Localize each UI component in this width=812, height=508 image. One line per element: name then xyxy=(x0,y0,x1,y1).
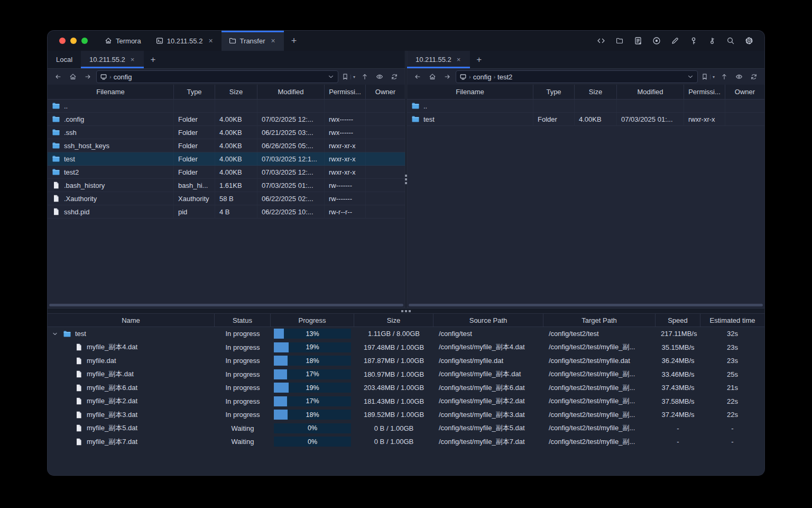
log-icon[interactable] xyxy=(631,34,645,48)
column-header-permissi[interactable]: Permissi... xyxy=(684,85,725,99)
transfer-item-name: myfile_副本.dat xyxy=(87,369,134,379)
key-icon[interactable] xyxy=(687,34,700,48)
keychain-icon[interactable] xyxy=(705,34,719,48)
transfer-column-header-name[interactable]: Name xyxy=(48,314,215,326)
forward-button[interactable] xyxy=(441,70,454,83)
transfer-item-name: myfile_副本4.dat xyxy=(87,342,137,352)
transfer-status: In progress xyxy=(215,397,271,405)
expand-chevron-icon[interactable] xyxy=(51,330,59,338)
column-header-size[interactable]: Size xyxy=(215,85,257,99)
transfer-column-header-target-path[interactable]: Target Path xyxy=(543,314,656,326)
transfer-column-header-estimated-time[interactable]: Estimated time xyxy=(700,314,764,326)
transfer-column-header-speed[interactable]: Speed xyxy=(656,314,700,326)
left-panel-new-tab-button[interactable]: + xyxy=(144,51,162,68)
bookmark-caret-icon[interactable]: ▾ xyxy=(350,75,355,79)
path-segment[interactable]: test2 xyxy=(497,73,512,81)
transfer-column-header-source-path[interactable]: Source Path xyxy=(433,314,543,326)
transfer-source-path: /config/test/myfile.dat xyxy=(433,357,543,365)
transfer-column-header-status[interactable]: Status xyxy=(215,314,271,326)
path-dropdown-chevron-icon[interactable] xyxy=(687,73,694,80)
path-dropdown-chevron-icon[interactable] xyxy=(327,73,335,80)
progress-percent: 17% xyxy=(274,369,351,379)
transfer-row-myfile_副本.dat[interactable]: myfile_副本.datIn progress17%180.97MB / 1.… xyxy=(48,368,764,382)
file-row-..[interactable]: .. xyxy=(407,99,764,113)
folder-icon[interactable] xyxy=(613,34,626,48)
main-tab-termora[interactable]: Termora xyxy=(97,31,149,51)
close-icon[interactable]: × xyxy=(456,56,462,64)
horizontal-splitter[interactable] xyxy=(48,308,764,314)
transfer-row-myfile.dat[interactable]: myfile.datIn progress18%187.87MB / 1.00G… xyxy=(48,354,764,368)
settings-icon[interactable] xyxy=(742,34,756,48)
file-row-ssh_host_keys[interactable]: ssh_host_keysFolder4.00KB06/26/2025 05:.… xyxy=(48,139,405,152)
parent-dir-button[interactable] xyxy=(358,70,371,83)
right-panel-tab-10-211-55-2[interactable]: 10.211.55.2× xyxy=(407,51,470,68)
column-header-size[interactable]: Size xyxy=(575,85,617,99)
bookmark-caret-icon[interactable]: ▾ xyxy=(710,75,715,79)
home-button[interactable] xyxy=(426,70,439,83)
path-segment[interactable]: config xyxy=(473,73,492,81)
column-header-modified[interactable]: Modified xyxy=(257,85,325,99)
back-button[interactable] xyxy=(411,70,424,83)
file-row-test2[interactable]: test2Folder4.00KB07/03/2025 12:...rwxr-x… xyxy=(48,166,405,179)
file-size: 4.00KB xyxy=(215,113,257,125)
show-hidden-button[interactable] xyxy=(373,70,386,83)
minimize-window-button[interactable] xyxy=(70,38,77,44)
column-header-filename[interactable]: Filename xyxy=(407,85,533,99)
parent-dir-button[interactable] xyxy=(718,70,731,83)
bookmark-button[interactable]: ▾ xyxy=(700,73,716,80)
column-header-owner[interactable]: Owner xyxy=(366,85,405,99)
transfer-row-myfile_副本2.dat[interactable]: myfile_副本2.datIn progress17%181.43MB / 1… xyxy=(48,395,764,409)
refresh-button[interactable] xyxy=(388,70,401,83)
show-hidden-button[interactable] xyxy=(733,70,745,83)
transfer-panel: NameStatusProgressSizeSource PathTarget … xyxy=(48,314,764,475)
horizontal-scrollbar[interactable] xyxy=(409,304,763,306)
record-icon[interactable] xyxy=(650,34,663,48)
file-row-..[interactable]: .. xyxy=(48,99,405,113)
transfer-row-myfile_副本7.dat[interactable]: myfile_副本7.datWaiting0%0 B / 1.00GB/conf… xyxy=(48,435,764,449)
file-row-.config[interactable]: .configFolder4.00KB07/02/2025 12:...rwx-… xyxy=(48,113,405,126)
close-icon[interactable]: × xyxy=(130,56,136,64)
path-input[interactable]: ›config xyxy=(96,70,338,83)
file-row-test[interactable]: testFolder4.00KB07/03/2025 01:...rwxr-xr… xyxy=(407,113,764,126)
transfer-row-myfile_副本6.dat[interactable]: myfile_副本6.datIn progress19%203.48MB / 1… xyxy=(48,381,764,395)
new-main-tab-button[interactable]: + xyxy=(284,31,304,51)
path-input[interactable]: ›config›test2 xyxy=(456,70,698,83)
close-icon[interactable]: × xyxy=(270,37,276,45)
transfer-row-myfile_副本5.dat[interactable]: myfile_副本5.datWaiting0%0 B / 1.00GB/conf… xyxy=(48,422,764,436)
main-tab-10-211-55-2[interactable]: 10.211.55.2× xyxy=(149,31,222,51)
forward-button[interactable] xyxy=(81,70,94,83)
file-row-sshd.pid[interactable]: sshd.pidpid4 B06/22/2025 10:...rw-r--r-- xyxy=(48,205,405,219)
file-row-.ssh[interactable]: .sshFolder4.00KB06/21/2025 03:...rwx----… xyxy=(48,126,405,139)
left-panel-tab-10-211-55-2[interactable]: 10.211.55.2× xyxy=(81,51,144,68)
transfer-row-myfile_副本4.dat[interactable]: myfile_副本4.datIn progress19%197.48MB / 1… xyxy=(48,341,764,355)
close-window-button[interactable] xyxy=(59,38,66,44)
horizontal-scrollbar[interactable] xyxy=(49,304,403,306)
right-panel-new-tab-button[interactable]: + xyxy=(470,51,488,68)
path-segment[interactable]: config xyxy=(114,73,132,81)
file-row-test[interactable]: testFolder4.00KB07/03/2025 12:1...rwxr-x… xyxy=(48,152,405,166)
left-panel-tab-local[interactable]: Local xyxy=(48,51,81,68)
column-header-permissi[interactable]: Permissi... xyxy=(325,85,366,99)
transfer-row-myfile_副本3.dat[interactable]: myfile_副本3.datIn progress18%189.52MB / 1… xyxy=(48,408,764,422)
close-icon[interactable]: × xyxy=(207,37,214,45)
edit-icon[interactable] xyxy=(668,34,682,48)
column-header-type[interactable]: Type xyxy=(533,85,575,99)
transfer-row-test[interactable]: testIn progress13%1.11GB / 8.00GB/config… xyxy=(48,327,764,341)
search-icon[interactable] xyxy=(724,34,737,48)
transfer-column-header-size[interactable]: Size xyxy=(354,314,433,326)
column-header-owner[interactable]: Owner xyxy=(725,85,764,99)
bookmark-button[interactable]: ▾ xyxy=(340,73,356,80)
main-tab-transfer[interactable]: Transfer× xyxy=(222,31,284,51)
column-header-modified[interactable]: Modified xyxy=(617,85,684,99)
code-icon[interactable] xyxy=(594,34,608,48)
back-button[interactable] xyxy=(52,70,64,83)
home-button[interactable] xyxy=(67,70,79,83)
transfer-column-header-progress[interactable]: Progress xyxy=(271,314,354,326)
column-header-type[interactable]: Type xyxy=(174,85,215,99)
zoom-window-button[interactable] xyxy=(81,38,88,44)
file-row-.Xauthority[interactable]: .XauthorityXauthority58 B06/22/2025 02:.… xyxy=(48,192,405,205)
file-permissions xyxy=(325,99,366,112)
refresh-button[interactable] xyxy=(748,70,760,83)
file-row-.bash_history[interactable]: .bash_historybash_hi...1.61KB07/03/2025 … xyxy=(48,179,405,192)
column-header-filename[interactable]: Filename xyxy=(48,85,174,99)
